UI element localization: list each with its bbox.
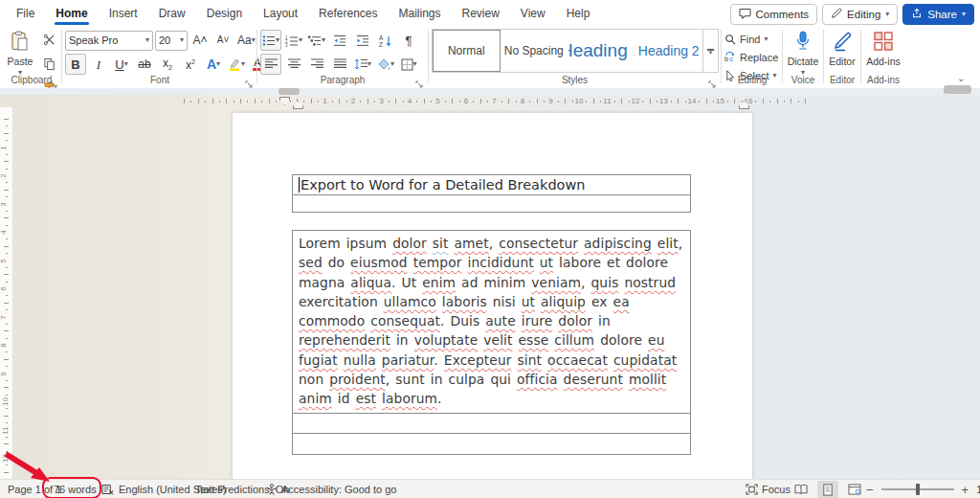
style-normal[interactable]: Normal [433,30,501,72]
font-name-combobox[interactable]: Speak Pro▾ [65,31,153,51]
ruler-tick [763,99,764,103]
empty-table-row[interactable] [293,414,690,434]
font-dialog-launcher[interactable] [245,76,254,84]
superscript-button[interactable]: x2 [180,54,201,75]
editing-group-label: Editing [724,75,780,85]
style-heading-2[interactable]: Heading 2 [635,30,703,72]
change-case-button[interactable]: Aa▾ [235,30,257,51]
style-no-spacing[interactable]: No Spacing [501,30,568,72]
style-heading-1[interactable]: Heading 1 [568,30,635,72]
shading-button[interactable]: ▾ [375,54,396,75]
ruler-tick [742,101,743,102]
styles-gallery-more-button[interactable]: ▬▾ [702,30,718,72]
bullets-button[interactable]: ▾ [260,30,281,51]
menu-item-draw[interactable]: Draw [150,2,194,25]
subscript-button[interactable]: x2 [157,54,178,75]
horizontal-ruler[interactable]: 12345678910111213141516 [0,95,980,107]
ruler-number: 7 [492,97,496,105]
empty-table-row[interactable] [293,195,690,212]
ruler-tick [395,99,396,103]
menu-item-layout[interactable]: Layout [255,2,306,25]
editing-mode-button[interactable]: Editing ▾ [822,4,898,25]
styles-dialog-launcher[interactable] [708,76,717,84]
focus-button[interactable]: Focus [746,480,791,498]
vertical-ruler-tick [4,330,9,331]
menu-item-design[interactable]: Design [198,2,251,25]
borders-button[interactable]: ▾ [398,54,419,75]
zoom-slider[interactable] [881,488,954,490]
find-button[interactable]: Find▾ [724,31,778,47]
menu-item-view[interactable]: View [512,2,554,25]
align-left-button[interactable] [260,54,281,75]
clipboard-dialog-launcher[interactable] [50,76,58,84]
font-size-combobox[interactable]: 20▾ [155,31,188,51]
menu-item-home[interactable]: Home [47,2,96,25]
read-mode-button[interactable] [791,481,812,498]
menu-item-mailings[interactable]: Mailings [390,2,449,25]
menu-item-insert[interactable]: Insert [100,2,146,25]
zoom-in-button[interactable]: + [962,483,969,497]
paragraph-dialog-launcher[interactable] [415,76,424,84]
ruler-tick [614,101,615,102]
zoom-slider-thumb[interactable] [916,484,920,495]
document-page[interactable]: Export to Word for a Detailed Breakdown … [233,113,752,479]
line-spacing-button[interactable]: ▾ [352,54,373,75]
sort-button[interactable]: AZ [375,30,396,51]
zoom-out-button[interactable]: − [866,483,874,497]
svg-text:3: 3 [285,42,288,46]
hanging-indent-marker[interactable] [293,101,303,109]
zoom-level[interactable]: 100% [976,484,980,495]
ruler-tick [529,101,530,102]
highlight-color-button[interactable]: ▾ [226,54,247,75]
copy-button[interactable] [38,53,59,74]
empty-table-row[interactable] [293,434,690,454]
underline-button[interactable]: U▾ [111,54,132,75]
scroll-corner-thumb[interactable] [944,85,971,94]
print-layout-button[interactable] [817,481,838,498]
vertical-ruler-tick [6,282,8,283]
menu-item-help[interactable]: Help [558,2,599,25]
increase-indent-button[interactable] [352,30,373,51]
chevron-down-icon: ▾ [962,11,966,18]
menu-item-file[interactable]: File [8,2,43,25]
first-line-indent-marker[interactable] [279,97,290,105]
italic-button[interactable]: I [88,54,109,75]
align-center-button[interactable] [283,54,304,75]
grow-font-button[interactable]: A˄ [189,30,211,51]
title-table[interactable]: Export to Word for a Detailed Breakdown [292,174,691,213]
document-title-cell[interactable]: Export to Word for a Detailed Breakdown [293,175,690,195]
show-formatting-button[interactable]: ¶ [398,30,419,51]
collapse-ribbon-chevron-icon[interactable]: ⌄ [957,73,965,83]
body-table[interactable]: Lorem ipsum dolor sit amet, consectetur … [292,230,691,455]
editor-group: Editor Editor [825,27,859,86]
style-item-label: Heading 2 [638,43,700,58]
ruler-tick [318,101,319,102]
replace-button[interactable]: bcReplace [724,49,778,65]
numbering-button[interactable]: 123▾ [283,30,304,51]
vertical-ruler[interactable]: 123456789101112 [0,107,13,479]
strikethrough-button[interactable]: ab [134,54,155,75]
share-button[interactable]: Share ▾ [902,4,974,25]
web-layout-button[interactable] [844,481,865,498]
comments-button[interactable]: Comments [730,4,818,25]
body-text[interactable]: Lorem ipsum dolor sit amet, consectetur … [293,231,690,414]
bold-button[interactable]: B [65,54,86,75]
align-right-button[interactable] [306,54,327,75]
styles-group: NormalNo SpacingHeading 1Heading 2▬▾ Sty… [432,27,718,86]
accessibility-indicator[interactable]: Accessibility: Good to go [266,480,396,498]
proofing-book-icon [101,484,114,495]
proofing-errors-button[interactable] [101,480,114,498]
word-count[interactable]: 76 words [54,480,97,498]
justify-button[interactable] [329,54,350,75]
multilevel-list-button[interactable]: ▾ [306,30,327,51]
ruler-number: 4 [408,97,412,105]
ruler-tick [219,101,220,102]
menu-item-references[interactable]: References [310,2,386,25]
horizontal-scroll-thumb[interactable] [278,88,300,95]
text-effects-button[interactable]: A▾ [203,54,224,75]
cut-button[interactable] [38,29,59,50]
svg-text:Z: Z [379,41,383,47]
shrink-font-button[interactable]: A˅ [212,30,234,51]
menu-item-review[interactable]: Review [454,2,508,25]
decrease-indent-button[interactable] [329,30,350,51]
